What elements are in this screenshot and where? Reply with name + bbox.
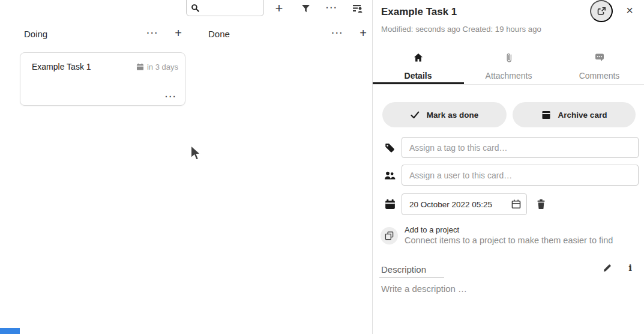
funnel-icon	[301, 4, 310, 13]
bottom-left-accent	[0, 328, 20, 334]
assign-tag-input[interactable]	[402, 137, 639, 158]
add-to-project-subtitle: Connect items to a project to make them …	[405, 235, 613, 245]
search-icon	[191, 4, 200, 13]
mark-as-done-button[interactable]: Mark as done	[382, 102, 507, 127]
tab-attachments-label: Attachments	[486, 71, 532, 80]
description-label: Description	[381, 264, 426, 275]
tab-attachments[interactable]: Attachments	[463, 50, 554, 84]
add-list-button[interactable]: +	[271, 1, 287, 16]
due-date-field[interactable]	[402, 193, 527, 215]
column-doing-add-card-button[interactable]: +	[171, 26, 185, 40]
card-due-label: in 3 days	[147, 62, 178, 71]
paperclip-icon	[505, 53, 513, 63]
card-due-date: in 3 days	[136, 62, 178, 71]
archive-card-button[interactable]: Archive card	[513, 102, 636, 127]
info-icon: i	[628, 263, 632, 273]
plus-icon: +	[175, 27, 182, 39]
filter-button[interactable]	[299, 3, 311, 14]
check-icon	[411, 111, 420, 119]
app-window: + ··· Doing ··· + Done ··· + Example Tas…	[0, 0, 644, 334]
pencil-icon	[603, 263, 612, 273]
kanban-card[interactable]: Example Task 1 in 3 days ···	[20, 52, 185, 106]
external-link-icon	[597, 6, 607, 16]
calendar-outline-icon	[511, 199, 522, 210]
calendar-icon	[136, 63, 144, 71]
popout-window-button[interactable]	[590, 0, 613, 22]
add-to-project-button[interactable]	[381, 227, 398, 244]
description-info-button[interactable]: i	[625, 262, 636, 274]
ellipsis-icon: ···	[147, 29, 159, 37]
column-title-done: Done	[208, 29, 230, 39]
tab-comments[interactable]: Comments	[554, 50, 644, 84]
tab-separator	[373, 84, 644, 85]
column-done-add-card-button[interactable]: +	[356, 26, 370, 40]
due-date-icon	[385, 199, 396, 210]
ellipsis-icon: ···	[332, 29, 344, 37]
view-filter-icon	[352, 4, 364, 13]
description-placeholder[interactable]: Write a description …	[381, 284, 467, 294]
comment-icon	[595, 53, 604, 62]
column-title-doing: Doing	[24, 29, 47, 39]
mouse-cursor	[190, 145, 202, 162]
plus-icon: +	[360, 27, 367, 39]
ellipsis-icon: ···	[326, 4, 338, 12]
card-menu-button[interactable]: ···	[165, 93, 177, 101]
tab-details[interactable]: Details	[373, 50, 463, 84]
archive-icon	[541, 111, 551, 120]
remove-due-date-button[interactable]	[534, 198, 547, 211]
card-detail-panel: Example Task 1 Modified: seconds ago Cre…	[372, 0, 644, 334]
close-panel-button[interactable]: ×	[622, 3, 637, 17]
archive-card-label: Archive card	[558, 111, 607, 120]
add-to-project-title: Add to a project	[405, 225, 459, 234]
description-underline	[379, 277, 444, 278]
home-icon	[414, 53, 423, 62]
edit-description-button[interactable]	[601, 263, 613, 273]
ellipsis-icon: ···	[165, 93, 177, 101]
trash-icon	[536, 199, 546, 210]
mark-as-done-label: Mark as done	[427, 111, 478, 120]
plus-icon: +	[275, 2, 283, 15]
open-datepicker-button[interactable]	[511, 199, 522, 210]
view-filter-button[interactable]	[351, 2, 365, 14]
tag-icon	[385, 143, 395, 153]
due-date-value[interactable]	[409, 200, 511, 209]
panel-title: Example Task 1	[381, 6, 457, 18]
close-icon: ×	[626, 4, 633, 17]
column-done-menu-button[interactable]: ···	[330, 28, 346, 38]
search-input[interactable]	[203, 2, 260, 13]
board-menu-button[interactable]: ···	[324, 2, 340, 14]
projects-icon	[385, 231, 394, 240]
users-icon	[384, 171, 396, 180]
search-box[interactable]	[186, 0, 264, 16]
card-title: Example Task 1	[32, 62, 91, 71]
tab-comments-label: Comments	[579, 71, 620, 80]
tab-details-label: Details	[405, 71, 432, 80]
panel-meta: Modified: seconds ago Created: 19 hours …	[381, 25, 541, 34]
assign-user-input[interactable]	[402, 165, 639, 186]
column-doing-menu-button[interactable]: ···	[145, 28, 161, 38]
